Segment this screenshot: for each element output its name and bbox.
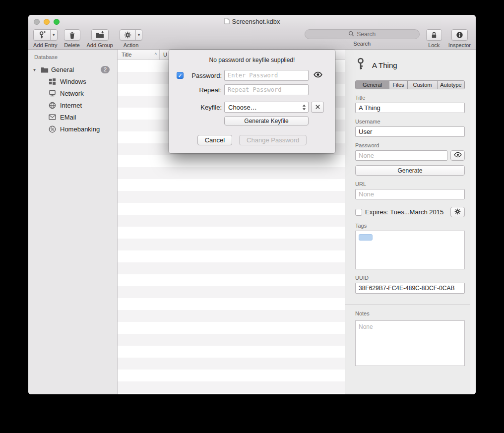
dialog-repeat-label: Repeat: [187, 86, 222, 94]
password-field-label: Password [355, 142, 465, 148]
tags-field[interactable] [355, 231, 465, 269]
uuid-field-label: UUID [355, 275, 465, 281]
entry-title: A Thing [372, 61, 397, 69]
cancel-button[interactable]: Cancel [197, 135, 232, 145]
dialog-generate-row: Generate Keyfile [177, 116, 327, 125]
zoom-button[interactable] [54, 19, 60, 25]
reveal-password-button[interactable] [450, 150, 465, 161]
inspector-panel: A Thing General Files Custom Autotype Ti… [345, 50, 476, 394]
tab-autotype[interactable]: Autotype [437, 81, 464, 89]
key-icon [355, 58, 366, 72]
key-plus-icon [34, 30, 50, 40]
keyfile-select-value: Choose… [228, 104, 257, 111]
add-entry-label: Add Entry [33, 42, 57, 48]
sidebar: Database ▾ General 2 Windows [28, 50, 118, 394]
homebanking-icon [48, 125, 56, 133]
window-title: Screenshot.kdbx [224, 18, 280, 26]
sidebar-item-label: Homebanking [60, 125, 100, 133]
action-label: Action [124, 42, 139, 48]
delete-button[interactable] [64, 29, 80, 41]
column-header-title[interactable]: Title ^ [118, 50, 160, 60]
inspector-scrollbar[interactable] [470, 50, 476, 394]
sidebar-item-network[interactable]: Network [28, 87, 117, 99]
sidebar-item-homebanking[interactable]: Homebanking [28, 123, 117, 135]
tab-general[interactable]: General [356, 81, 389, 89]
title-field[interactable] [355, 103, 465, 113]
dialog-repeat-input[interactable] [224, 84, 309, 95]
sidebar-item-label: Network [60, 90, 84, 97]
dialog-keyfile-row: Keyfile: Choose… [177, 102, 327, 113]
notes-field[interactable] [355, 320, 465, 366]
notes-field-label: Notes [355, 310, 465, 316]
close-button[interactable] [34, 19, 40, 25]
delete-label: Delete [64, 42, 80, 48]
window-controls [34, 19, 60, 25]
generate-keyfile-button[interactable]: Generate Keyfile [224, 116, 309, 125]
delete-toolbar-item: Delete [64, 29, 80, 48]
url-field[interactable] [355, 189, 465, 199]
chevron-down-icon: ▾ [53, 33, 55, 37]
expires-checkbox[interactable] [355, 209, 362, 216]
titlebar: Screenshot.kdbx [28, 15, 476, 28]
inspector-header: A Thing [355, 58, 465, 72]
sidebar-group-label: General [51, 66, 74, 73]
inspector-label: Inspector [448, 42, 471, 48]
sidebar-section-header: Database [28, 53, 117, 63]
sidebar-item-internet[interactable]: Internet [28, 99, 117, 111]
eye-icon [313, 71, 323, 79]
expires-settings-button[interactable] [450, 207, 465, 217]
password-checkbox[interactable] [177, 72, 184, 79]
stepper-icon [300, 104, 308, 111]
info-icon [452, 30, 467, 40]
keyfile-select[interactable]: Choose… [224, 102, 309, 113]
dialog-repeat-row: Repeat: [177, 84, 327, 95]
action-button[interactable]: ▾ [120, 29, 143, 41]
dialog-password-label: Password: [187, 72, 222, 79]
network-icon [48, 89, 56, 97]
gear-icon [454, 208, 461, 216]
generate-password-button[interactable]: Generate [355, 165, 465, 176]
column-title-label: Title [122, 52, 131, 58]
tag-token[interactable] [359, 234, 373, 241]
add-entry-toolbar-item: ▾ Add Entry [33, 29, 58, 48]
gear-icon [120, 30, 135, 40]
search-input[interactable]: Search [305, 29, 420, 39]
clear-keyfile-button[interactable] [311, 102, 324, 113]
folder-plus-icon [92, 30, 108, 40]
change-password-dialog: No password or keyfile supplied! Passwor… [169, 50, 335, 153]
window-title-text: Screenshot.kdbx [232, 18, 280, 25]
uuid-field[interactable] [355, 283, 465, 294]
minimize-button[interactable] [44, 19, 50, 25]
lock-button[interactable] [426, 29, 442, 41]
sidebar-item-windows[interactable]: Windows [28, 75, 117, 87]
tab-files[interactable]: Files [389, 81, 407, 89]
sidebar-item-email[interactable]: EMail [28, 111, 117, 123]
tab-custom[interactable]: Custom [407, 81, 437, 89]
chevron-down-icon: ▾ [138, 33, 140, 37]
sort-ascending-icon: ^ [155, 52, 157, 57]
desktop: Screenshot.kdbx ▾ Add Entry [0, 0, 504, 433]
add-group-label: Add Group [87, 42, 113, 48]
dialog-reveal-password-button[interactable] [311, 70, 325, 81]
dialog-password-input[interactable] [224, 70, 309, 81]
sidebar-item-label: Internet [60, 102, 82, 109]
add-group-button[interactable] [91, 29, 109, 41]
action-dropdown[interactable]: ▾ [135, 30, 142, 40]
password-field[interactable] [355, 150, 447, 161]
inspector-button[interactable] [451, 29, 468, 41]
change-password-button[interactable]: Change Password [239, 135, 307, 145]
dialog-keyfile-label: Keyfile: [187, 104, 222, 111]
tags-field-label: Tags [355, 223, 465, 229]
inspector-divider [345, 305, 476, 305]
windows-icon [48, 77, 56, 85]
email-icon [48, 113, 56, 121]
username-field[interactable] [355, 126, 465, 137]
sidebar-item-label: Windows [60, 78, 86, 85]
document-icon [224, 18, 230, 26]
x-icon [315, 104, 320, 111]
disclosure-triangle-icon[interactable]: ▾ [33, 67, 38, 72]
add-entry-button[interactable]: ▾ [33, 29, 58, 41]
dialog-buttons: Cancel Change Password [177, 135, 327, 145]
add-entry-dropdown[interactable]: ▾ [50, 30, 57, 40]
sidebar-group-general[interactable]: ▾ General 2 [28, 63, 117, 75]
